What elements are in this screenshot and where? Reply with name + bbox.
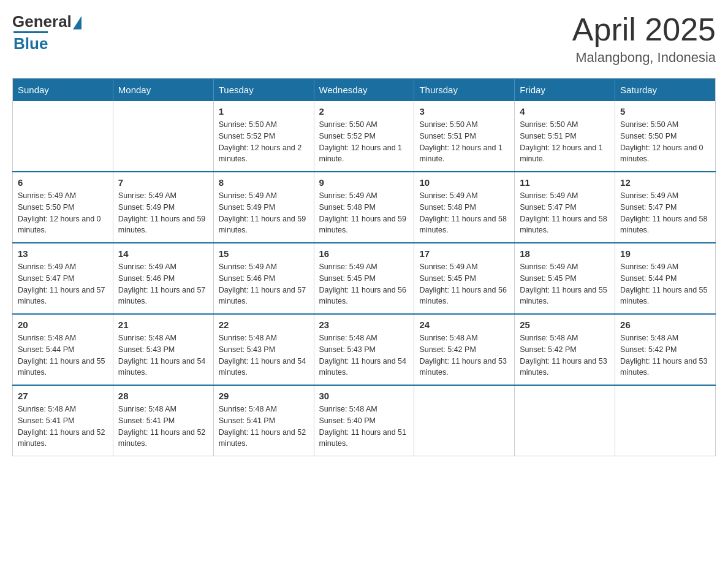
table-row: 2Sunrise: 5:50 AM Sunset: 5:52 PM Daylig… — [314, 101, 414, 172]
table-row: 5Sunrise: 5:50 AM Sunset: 5:50 PM Daylig… — [615, 101, 716, 172]
header-tuesday: Tuesday — [213, 79, 314, 102]
day-info: Sunrise: 5:49 AM Sunset: 5:49 PM Dayligh… — [118, 190, 208, 236]
day-number: 15 — [219, 248, 309, 259]
table-row: 28Sunrise: 5:48 AM Sunset: 5:41 PM Dayli… — [113, 385, 213, 456]
header-sunday: Sunday — [13, 79, 113, 102]
table-row: 16Sunrise: 5:49 AM Sunset: 5:45 PM Dayli… — [314, 243, 414, 314]
table-row: 20Sunrise: 5:48 AM Sunset: 5:44 PM Dayli… — [13, 314, 113, 385]
calendar-week-row: 13Sunrise: 5:49 AM Sunset: 5:47 PM Dayli… — [13, 243, 716, 314]
day-number: 25 — [520, 320, 610, 330]
header-wednesday: Wednesday — [314, 79, 414, 102]
day-number: 2 — [319, 106, 409, 117]
day-number: 10 — [419, 177, 509, 188]
day-info: Sunrise: 5:49 AM Sunset: 5:45 PM Dayligh… — [319, 261, 409, 307]
table-row — [615, 385, 716, 456]
day-number: 20 — [18, 320, 108, 330]
calendar-week-row: 6Sunrise: 5:49 AM Sunset: 5:50 PM Daylig… — [13, 172, 716, 243]
calendar-location: Malangbong, Indonesia — [572, 50, 716, 66]
day-number: 1 — [219, 106, 309, 117]
table-row: 12Sunrise: 5:49 AM Sunset: 5:47 PM Dayli… — [615, 172, 716, 243]
day-number: 3 — [419, 106, 509, 117]
calendar-table: Sunday Monday Tuesday Wednesday Thursday… — [12, 78, 716, 456]
day-info: Sunrise: 5:50 AM Sunset: 5:52 PM Dayligh… — [219, 119, 309, 165]
day-info: Sunrise: 5:49 AM Sunset: 5:46 PM Dayligh… — [219, 261, 309, 307]
table-row: 19Sunrise: 5:49 AM Sunset: 5:44 PM Dayli… — [615, 243, 716, 314]
table-row: 1Sunrise: 5:50 AM Sunset: 5:52 PM Daylig… — [213, 101, 314, 172]
table-row: 18Sunrise: 5:49 AM Sunset: 5:45 PM Dayli… — [515, 243, 615, 314]
day-info: Sunrise: 5:49 AM Sunset: 5:47 PM Dayligh… — [18, 261, 108, 307]
calendar-week-row: 27Sunrise: 5:48 AM Sunset: 5:41 PM Dayli… — [13, 385, 716, 456]
day-info: Sunrise: 5:48 AM Sunset: 5:44 PM Dayligh… — [18, 332, 108, 378]
table-row: 7Sunrise: 5:49 AM Sunset: 5:49 PM Daylig… — [113, 172, 213, 243]
table-row: 22Sunrise: 5:48 AM Sunset: 5:43 PM Dayli… — [213, 314, 314, 385]
day-info: Sunrise: 5:48 AM Sunset: 5:42 PM Dayligh… — [520, 332, 610, 378]
day-number: 29 — [219, 391, 309, 401]
table-row: 21Sunrise: 5:48 AM Sunset: 5:43 PM Dayli… — [113, 314, 213, 385]
day-number: 12 — [620, 177, 710, 188]
day-number: 16 — [319, 248, 409, 259]
table-row: 29Sunrise: 5:48 AM Sunset: 5:41 PM Dayli… — [213, 385, 314, 456]
day-number: 21 — [118, 320, 208, 330]
calendar-week-row: 1Sunrise: 5:50 AM Sunset: 5:52 PM Daylig… — [13, 101, 716, 172]
logo: General Blue — [12, 12, 82, 53]
day-number: 26 — [620, 320, 710, 330]
day-number: 7 — [118, 177, 208, 188]
day-info: Sunrise: 5:49 AM Sunset: 5:50 PM Dayligh… — [18, 190, 108, 236]
day-number: 9 — [319, 177, 409, 188]
day-number: 11 — [520, 177, 610, 188]
day-info: Sunrise: 5:50 AM Sunset: 5:52 PM Dayligh… — [319, 119, 409, 165]
day-number: 23 — [319, 320, 409, 330]
table-row: 11Sunrise: 5:49 AM Sunset: 5:47 PM Dayli… — [515, 172, 615, 243]
table-row: 24Sunrise: 5:48 AM Sunset: 5:42 PM Dayli… — [414, 314, 515, 385]
day-info: Sunrise: 5:49 AM Sunset: 5:45 PM Dayligh… — [520, 261, 610, 307]
table-row: 27Sunrise: 5:48 AM Sunset: 5:41 PM Dayli… — [13, 385, 113, 456]
day-info: Sunrise: 5:48 AM Sunset: 5:43 PM Dayligh… — [118, 332, 208, 378]
table-row: 13Sunrise: 5:49 AM Sunset: 5:47 PM Dayli… — [13, 243, 113, 314]
day-info: Sunrise: 5:49 AM Sunset: 5:46 PM Dayligh… — [118, 261, 208, 307]
day-info: Sunrise: 5:49 AM Sunset: 5:47 PM Dayligh… — [520, 190, 610, 236]
table-row: 17Sunrise: 5:49 AM Sunset: 5:45 PM Dayli… — [414, 243, 515, 314]
day-info: Sunrise: 5:49 AM Sunset: 5:47 PM Dayligh… — [620, 190, 710, 236]
table-row: 26Sunrise: 5:48 AM Sunset: 5:42 PM Dayli… — [615, 314, 716, 385]
table-row — [13, 101, 113, 172]
day-info: Sunrise: 5:48 AM Sunset: 5:42 PM Dayligh… — [419, 332, 509, 378]
day-number: 19 — [620, 248, 710, 259]
table-row: 8Sunrise: 5:49 AM Sunset: 5:49 PM Daylig… — [213, 172, 314, 243]
table-row: 14Sunrise: 5:49 AM Sunset: 5:46 PM Dayli… — [113, 243, 213, 314]
table-row: 30Sunrise: 5:48 AM Sunset: 5:40 PM Dayli… — [314, 385, 414, 456]
logo-general-text: General — [12, 12, 72, 31]
day-info: Sunrise: 5:50 AM Sunset: 5:51 PM Dayligh… — [419, 119, 509, 165]
day-info: Sunrise: 5:48 AM Sunset: 5:42 PM Dayligh… — [620, 332, 710, 378]
day-info: Sunrise: 5:49 AM Sunset: 5:44 PM Dayligh… — [620, 261, 710, 307]
logo-triangle-icon — [73, 16, 82, 29]
header-thursday: Thursday — [414, 79, 515, 102]
day-number: 22 — [219, 320, 309, 330]
table-row: 10Sunrise: 5:49 AM Sunset: 5:48 PM Dayli… — [414, 172, 515, 243]
day-number: 17 — [419, 248, 509, 259]
day-info: Sunrise: 5:48 AM Sunset: 5:40 PM Dayligh… — [319, 404, 409, 450]
page-header: General Blue April 2025 Malangbong, Indo… — [12, 12, 716, 66]
calendar-title: April 2025 — [572, 12, 716, 47]
table-row — [414, 385, 515, 456]
day-info: Sunrise: 5:48 AM Sunset: 5:41 PM Dayligh… — [18, 404, 108, 450]
calendar-week-row: 20Sunrise: 5:48 AM Sunset: 5:44 PM Dayli… — [13, 314, 716, 385]
table-row — [113, 101, 213, 172]
day-info: Sunrise: 5:48 AM Sunset: 5:41 PM Dayligh… — [118, 404, 208, 450]
day-info: Sunrise: 5:49 AM Sunset: 5:48 PM Dayligh… — [419, 190, 509, 236]
day-info: Sunrise: 5:50 AM Sunset: 5:51 PM Dayligh… — [520, 119, 610, 165]
table-row: 9Sunrise: 5:49 AM Sunset: 5:48 PM Daylig… — [314, 172, 414, 243]
day-number: 14 — [118, 248, 208, 259]
header-saturday: Saturday — [615, 79, 716, 102]
table-row: 4Sunrise: 5:50 AM Sunset: 5:51 PM Daylig… — [515, 101, 615, 172]
calendar-header-row: Sunday Monday Tuesday Wednesday Thursday… — [13, 79, 716, 102]
day-info: Sunrise: 5:49 AM Sunset: 5:49 PM Dayligh… — [219, 190, 309, 236]
day-number: 13 — [18, 248, 108, 259]
table-row — [515, 385, 615, 456]
day-info: Sunrise: 5:49 AM Sunset: 5:48 PM Dayligh… — [319, 190, 409, 236]
day-number: 24 — [419, 320, 509, 330]
day-number: 18 — [520, 248, 610, 259]
day-info: Sunrise: 5:49 AM Sunset: 5:45 PM Dayligh… — [419, 261, 509, 307]
day-info: Sunrise: 5:48 AM Sunset: 5:41 PM Dayligh… — [219, 404, 309, 450]
header-monday: Monday — [113, 79, 213, 102]
day-number: 27 — [18, 391, 108, 401]
